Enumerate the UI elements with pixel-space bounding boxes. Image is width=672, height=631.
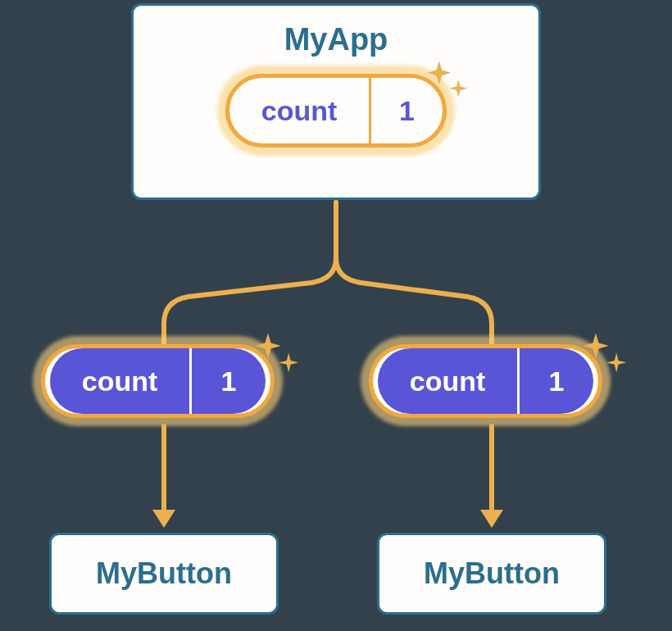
prop-pill-body: count 1 bbox=[369, 344, 602, 418]
child-component-left: MyButton bbox=[49, 533, 279, 615]
prop-label-right: count bbox=[378, 348, 517, 414]
state-label: count bbox=[229, 78, 369, 143]
state-pill: count 1 bbox=[225, 74, 447, 148]
child-component-right: MyButton bbox=[377, 533, 606, 615]
state-flow-diagram: MyApp count 1 count 1 bbox=[0, 0, 672, 631]
state-pill-body: count 1 bbox=[225, 74, 447, 148]
child-title-left: MyButton bbox=[96, 556, 232, 591]
parent-title: MyApp bbox=[284, 22, 388, 57]
prop-label-left: count bbox=[50, 348, 189, 414]
sparkle-icon bbox=[425, 59, 471, 105]
prop-pill-body: count 1 bbox=[41, 344, 275, 418]
child-title-right: MyButton bbox=[424, 556, 560, 591]
prop-pill-left: count 1 bbox=[41, 344, 275, 418]
prop-pill-right: count 1 bbox=[369, 344, 602, 418]
sparkle-icon bbox=[253, 331, 302, 380]
sparkle-icon bbox=[581, 331, 630, 380]
parent-component-box: MyApp count 1 bbox=[131, 3, 541, 200]
